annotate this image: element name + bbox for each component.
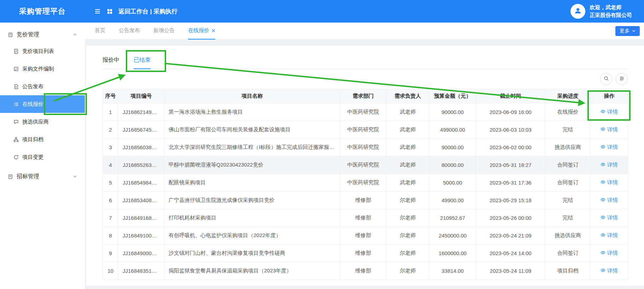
cell-progress: 项目归档: [545, 262, 591, 280]
cell-deadline: 2023-06-02 00:00: [476, 139, 545, 156]
cell-action: 详情: [591, 227, 628, 245]
sidebar-item-select-supplier[interactable]: 挑选供应商: [0, 113, 85, 131]
page-tab-online-quotation[interactable]: 在线报价: [188, 23, 215, 40]
page-tab-label: 新增公告: [153, 27, 175, 34]
eye-icon: [601, 180, 605, 186]
detail-link[interactable]: 详情: [601, 109, 618, 115]
page-tab-label: 公告发布: [119, 27, 140, 34]
cell-dept: 中医药研究院: [340, 121, 386, 139]
filter-tab-label: 已结束: [134, 57, 151, 63]
cell-deadline: 2023-05-31 18:27: [476, 156, 545, 174]
sidebar-item-project-change[interactable]: 项目变更: [0, 148, 85, 166]
column-header-action: 操作: [591, 89, 628, 103]
cell-dept: 中医药研究院: [340, 103, 386, 121]
topbar-user[interactable]: 欢迎，武老师 正采股份有限公司: [570, 0, 644, 23]
cell-budget: 80000.00: [429, 156, 476, 174]
app-root: 采购管理平台 返回工作台 | 采购执行 欢迎，武老师 正采股份有限公司 竞价管理…: [0, 0, 644, 289]
sidebar-item-announcement-publish[interactable]: 公告发布: [0, 78, 85, 95]
welcome-text: 欢迎，武老师: [590, 4, 632, 12]
avatar[interactable]: [570, 4, 585, 19]
more-button[interactable]: 更多: [615, 26, 640, 36]
sidebar-group-label: 招标管理: [17, 173, 39, 180]
cell-progress: 合同签订: [545, 245, 591, 262]
cell-progress: 在线报价: [545, 103, 591, 121]
cell-dept: 中医药研究院: [340, 156, 386, 174]
detail-link-label: 详情: [607, 232, 618, 239]
cell-progress: 完结: [545, 121, 591, 139]
cell-deadline: 2023-05-31 17:36: [476, 174, 545, 192]
detail-link[interactable]: 详情: [601, 197, 618, 204]
page-tab-new-announcement[interactable]: 新增公告: [153, 23, 175, 40]
detail-link-label: 详情: [607, 215, 618, 221]
page-tab-home[interactable]: 首页: [95, 23, 105, 40]
cell-seq: 2: [103, 121, 118, 139]
cell-dept: 中医药研究院: [340, 174, 386, 192]
cell-budget: 499000.00: [429, 121, 476, 139]
filter-tabs: 报价中已结束: [103, 46, 628, 69]
search-button[interactable]: [600, 73, 612, 85]
cell-action: 详情: [591, 245, 628, 262]
detail-link[interactable]: 详情: [601, 144, 618, 151]
sidebar-item-label: 公告发布: [22, 83, 43, 90]
cell-seq: 10: [103, 262, 118, 280]
welcome-block: 欢迎，武老师 正采股份有限公司: [590, 4, 632, 19]
cell-dept: 维修部: [340, 245, 386, 262]
cell-deadline: 2023-05-24 11:09: [476, 262, 545, 280]
cell-owner: 尔老师: [386, 192, 429, 209]
eye-icon: [601, 250, 605, 256]
sidebar-item-label: 项目变更: [22, 154, 43, 161]
detail-link[interactable]: 详情: [601, 126, 618, 133]
table-row: 7JJ16849168300...打印机耗材采购项目维修部尔老师210952.6…: [103, 209, 628, 227]
cell-owner: 尔老师: [386, 209, 429, 227]
results-table: 序号项目编号项目名称需求部门需求负责人预算金额（元）截止时间采购进度操作 1JJ…: [103, 89, 628, 280]
cell-progress: 完结: [545, 192, 591, 209]
cell-seq: 1: [103, 103, 118, 121]
table-row: 2JJ16856745862...佛山市面粉厂有限公司车间相关装修及配套设施项目…: [103, 121, 628, 139]
sidebar: 竞价管理竞价项目列表采购文件编制公告发布在线报价挑选供应商项目归档项目变更招标管…: [0, 23, 85, 289]
sidebar-item-procurement-doc-editing[interactable]: 采购文件编制: [0, 60, 85, 78]
cell-seq: 8: [103, 227, 118, 245]
brand-title: 采购管理平台: [0, 0, 85, 23]
filter-tab-finished[interactable]: 已结束: [134, 56, 151, 69]
table-row: 8JJ16849100581...有创呼吸机、心电监护仪采购项目（2022年度）…: [103, 227, 628, 245]
main-area: 首页公告发布新增公告在线报价 更多 报价中已结束 序号项目编号项目名称需求部门需…: [85, 23, 644, 289]
column-settings-button[interactable]: [616, 73, 628, 85]
cell-seq: 5: [103, 174, 118, 192]
cell-progress: 合同签订: [545, 156, 591, 174]
sidebar-item-label: 竞价项目列表: [22, 48, 54, 55]
cell-dept: 维修部: [340, 227, 386, 245]
cell-code: JJ16853408545...: [118, 192, 164, 209]
eye-icon: [601, 162, 605, 168]
column-header-seq: 序号: [103, 89, 118, 103]
table-row: 10JJ16848351723...揭阳监狱食堂餐具厨具保温箱采购项目（2023…: [103, 262, 628, 280]
close-icon[interactable]: [212, 29, 215, 32]
detail-link[interactable]: 详情: [601, 232, 618, 239]
workspace-link[interactable]: 返回工作台 | 采购执行: [118, 7, 177, 16]
detail-link[interactable]: 详情: [601, 179, 618, 186]
page-tab-announcement-publish[interactable]: 公告发布: [119, 23, 140, 40]
sidebar-item-bidding-project-list[interactable]: 竞价项目列表: [0, 42, 85, 60]
table-row: 5JJ16854984417...配眼镜采购项目中医药研究院武老师5000.00…: [103, 174, 628, 192]
hamburger-icon[interactable]: [94, 8, 101, 15]
detail-link-label: 详情: [607, 197, 618, 204]
sidebar-item-online-quotation[interactable]: 在线报价: [0, 95, 85, 113]
filter-tab-quoting[interactable]: 报价中: [103, 56, 119, 69]
search-icon: [604, 76, 609, 82]
chevron-up-icon: [73, 32, 77, 37]
cell-budget: 49900.00: [429, 192, 476, 209]
cell-name: 沙文镇对门山村、蒙台村沟渠修复项目竞争性磋商: [164, 245, 340, 262]
detail-link[interactable]: 详情: [601, 267, 618, 274]
sidebar-item-project-archive[interactable]: 项目归档: [0, 131, 85, 148]
cell-owner: 武老师: [386, 103, 429, 121]
file-icon: [13, 84, 19, 89]
table-toolbar: [103, 69, 628, 89]
sidebar-group-tender-management[interactable]: 招标管理: [0, 169, 85, 184]
detail-link[interactable]: 详情: [601, 250, 618, 257]
cell-budget: 90000.00: [429, 103, 476, 121]
detail-link[interactable]: 详情: [601, 215, 618, 221]
cell-action: 详情: [591, 139, 628, 156]
detail-link[interactable]: 详情: [601, 162, 618, 168]
sidebar-group-bidding-management[interactable]: 竞价管理: [0, 27, 85, 42]
eye-icon: [601, 215, 605, 221]
grid-icon[interactable]: [107, 8, 113, 14]
